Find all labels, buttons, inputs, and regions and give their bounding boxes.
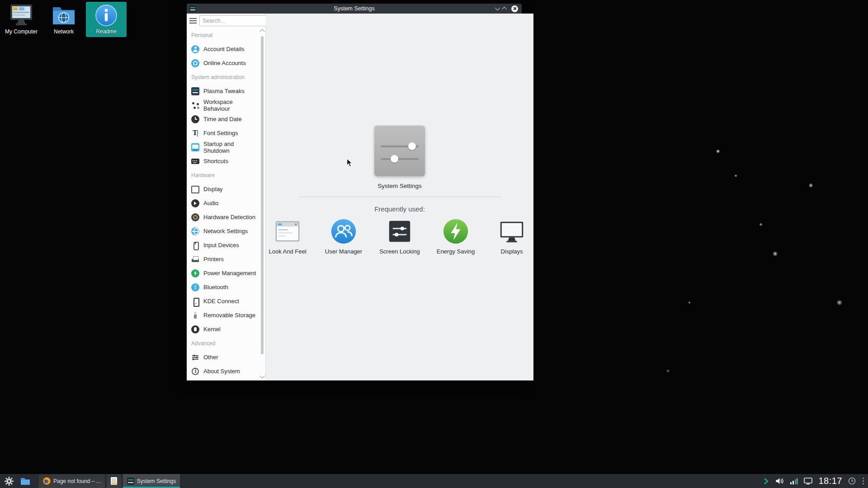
sidebar-item-shortcuts[interactable]: Shortcuts xyxy=(187,154,260,168)
user-manager-icon xyxy=(330,217,358,245)
task-label: Page not found – ... xyxy=(53,478,101,484)
frequently-used-title: Frequently used: xyxy=(374,205,425,213)
audio-icon xyxy=(191,199,199,207)
folder-icon xyxy=(20,476,31,487)
hardware-detection-icon xyxy=(191,213,199,221)
workspace-behaviour-icon xyxy=(191,101,199,109)
window-body: Personal Account Details Online Accounts… xyxy=(187,14,522,380)
desktop-icon-readme[interactable]: Readme xyxy=(86,2,127,37)
close-icon[interactable] xyxy=(511,5,518,12)
usb-icon xyxy=(191,311,199,319)
sidebar-item-power-management[interactable]: Power Management xyxy=(187,266,260,280)
slider-knob xyxy=(391,155,398,163)
info-icon xyxy=(191,367,199,375)
slider-track xyxy=(381,145,419,147)
scroll-down-icon[interactable] xyxy=(259,373,264,378)
screen-locking-icon xyxy=(386,217,414,245)
system-settings-hero-icon[interactable] xyxy=(374,126,425,176)
sidebar-item-online-accounts[interactable]: Online Accounts xyxy=(187,56,260,70)
sidebar-scrollbar[interactable] xyxy=(260,29,265,379)
phone-icon xyxy=(191,297,199,305)
network-folder-icon xyxy=(51,4,76,27)
task-system-settings[interactable]: System Settings xyxy=(123,474,180,488)
keyboard-icon xyxy=(191,157,199,165)
sidebar-item-network-settings[interactable]: Network Settings xyxy=(187,224,260,238)
task-firefox[interactable]: Page not found – ... xyxy=(39,474,105,488)
power-icon xyxy=(191,269,199,277)
font-icon xyxy=(191,129,199,137)
system-settings-window: System Settings Personal Account Detai xyxy=(187,4,522,380)
section-header-personal: Personal xyxy=(187,28,260,42)
volume-icon[interactable] xyxy=(775,477,784,485)
sidebar-item-kde-connect[interactable]: KDE Connect xyxy=(187,294,260,308)
sidebar-item-account-details[interactable]: Account Details xyxy=(187,42,260,56)
desktop-icons: My Computer Network xyxy=(1,2,127,37)
kde-launcher-icon xyxy=(4,476,14,487)
system-tray: 18:17 xyxy=(762,476,866,486)
sidebar-item-kernel[interactable]: Kernel xyxy=(187,322,260,336)
sidebar-item-bluetooth[interactable]: Bluetooth xyxy=(187,280,260,294)
sidebar-item-font-settings[interactable]: Font Settings xyxy=(187,126,260,140)
section-header-advanced: Advanced xyxy=(187,336,260,350)
sidebar-item-hardware-detection[interactable]: Hardware Detection xyxy=(187,210,260,224)
desktop-icon-label: My Computer xyxy=(5,28,38,35)
minimize-icon[interactable] xyxy=(495,5,500,10)
sidebar-item-display[interactable]: Display xyxy=(187,182,260,196)
sidebar-item-input-devices[interactable]: Input Devices xyxy=(187,238,260,252)
task-text-editor[interactable] xyxy=(107,474,121,488)
panel-overflow-icon[interactable] xyxy=(863,478,864,485)
sidebar-item-removable-storage[interactable]: Removable Storage xyxy=(187,308,260,322)
task-label: System Settings xyxy=(137,478,176,484)
online-accounts-icon xyxy=(191,59,199,67)
frequent-item-look-and-feel[interactable]: Look And Feel xyxy=(266,217,309,255)
frequently-used-row: Look And Feel User Manager xyxy=(266,217,533,255)
desktop-icon-label: Network xyxy=(54,28,74,35)
desktop-icon-label: Readme xyxy=(96,28,116,35)
desktop: My Computer Network xyxy=(0,0,868,488)
file-manager-button[interactable] xyxy=(18,474,33,488)
sidebar-item-audio[interactable]: Audio xyxy=(187,196,260,210)
sidebar-item-time-and-date[interactable]: Time and Date xyxy=(187,112,260,126)
sidebar-list: Personal Account Details Online Accounts… xyxy=(187,28,260,380)
frequent-item-user-manager[interactable]: User Manager xyxy=(322,217,365,255)
section-header-system-administration: System administration xyxy=(187,70,260,84)
hero-label: System Settings xyxy=(377,183,422,189)
mouse-icon xyxy=(191,241,199,249)
mouse-cursor xyxy=(346,158,354,168)
frequent-item-screen-locking[interactable]: Screen Locking xyxy=(378,217,421,255)
frequent-item-displays[interactable]: Displays xyxy=(490,217,533,255)
displays-icon xyxy=(498,217,526,245)
hamburger-menu-icon[interactable] xyxy=(189,18,197,23)
startup-shutdown-icon xyxy=(191,143,199,151)
tray-expander-icon[interactable] xyxy=(762,478,769,485)
wallpaper-flower xyxy=(511,0,868,488)
sidebar-toolbar xyxy=(187,14,265,28)
plasma-tweaks-icon xyxy=(191,87,199,95)
notifications-icon[interactable] xyxy=(848,477,856,485)
slider-knob xyxy=(408,142,416,150)
titlebar[interactable]: System Settings xyxy=(187,4,522,14)
system-settings-task-icon xyxy=(127,478,134,485)
titlebar-buttons xyxy=(495,5,522,12)
display-tray-icon[interactable] xyxy=(804,478,812,485)
sidebar-item-workspace-behaviour[interactable]: Workspace Behaviour xyxy=(187,98,260,112)
desktop-icon-my-computer[interactable]: My Computer xyxy=(1,2,42,37)
taskbar: Page not found – ... System Settings xyxy=(0,474,868,488)
section-header-hardware: Hardware xyxy=(187,168,260,182)
scrollbar-thumb[interactable] xyxy=(261,36,264,354)
sidebar-item-other[interactable]: Other xyxy=(187,350,260,364)
frequent-item-energy-saving[interactable]: Energy Saving xyxy=(434,217,477,255)
sidebar-item-startup-and-shutdown[interactable]: Startup and Shutdown xyxy=(187,140,260,154)
scroll-up-icon[interactable] xyxy=(259,29,264,34)
sidebar-item-printers[interactable]: Printers xyxy=(187,252,260,266)
desktop-icon-network[interactable]: Network xyxy=(43,2,84,37)
sidebar-item-about-system[interactable]: About System xyxy=(187,364,260,378)
printer-icon xyxy=(191,255,199,263)
kernel-icon xyxy=(191,325,199,333)
clock[interactable]: 18:17 xyxy=(818,476,842,486)
clock-icon xyxy=(191,115,199,123)
network-status-icon[interactable] xyxy=(790,478,798,485)
sidebar-item-plasma-tweaks[interactable]: Plasma Tweaks xyxy=(187,84,260,98)
app-launcher-button[interactable] xyxy=(2,474,16,488)
maximize-icon[interactable] xyxy=(502,7,507,12)
